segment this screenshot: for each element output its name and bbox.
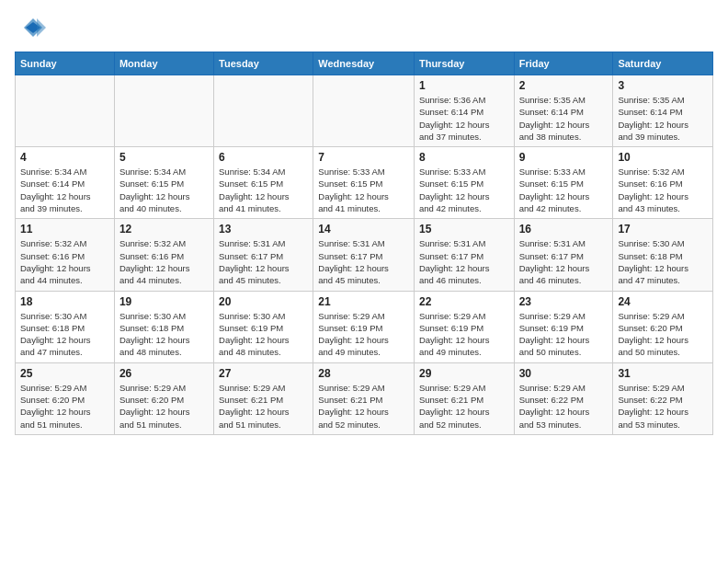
- day-number: 13: [219, 223, 308, 236]
- day-number: 15: [419, 223, 509, 236]
- day-info: Sunrise: 5:30 AM Sunset: 6:18 PM Dayligh…: [618, 237, 708, 286]
- day-number: 6: [219, 151, 308, 164]
- day-number: 8: [419, 151, 509, 164]
- calendar-cell: 15Sunrise: 5:31 AM Sunset: 6:17 PM Dayli…: [414, 219, 514, 291]
- day-info: Sunrise: 5:29 AM Sunset: 6:20 PM Dayligh…: [20, 382, 109, 431]
- day-number: 30: [519, 367, 609, 380]
- day-number: 7: [318, 151, 409, 164]
- day-info: Sunrise: 5:33 AM Sunset: 6:15 PM Dayligh…: [318, 166, 409, 214]
- calendar-cell: 5Sunrise: 5:34 AM Sunset: 6:15 PM Daylig…: [114, 147, 213, 219]
- calendar-cell: 28Sunrise: 5:29 AM Sunset: 6:21 PM Dayli…: [313, 362, 415, 434]
- calendar-cell: 10Sunrise: 5:32 AM Sunset: 6:16 PM Dayli…: [613, 147, 713, 219]
- logo: [15, 15, 46, 40]
- day-info: Sunrise: 5:33 AM Sunset: 6:15 PM Dayligh…: [419, 166, 509, 214]
- calendar-cell: 4Sunrise: 5:34 AM Sunset: 6:14 PM Daylig…: [16, 147, 115, 219]
- day-number: 5: [119, 151, 209, 164]
- day-number: 10: [618, 151, 708, 164]
- calendar-week-row: 4Sunrise: 5:34 AM Sunset: 6:14 PM Daylig…: [16, 147, 713, 219]
- calendar-cell: 12Sunrise: 5:32 AM Sunset: 6:16 PM Dayli…: [114, 219, 213, 291]
- calendar-cell: 9Sunrise: 5:33 AM Sunset: 6:15 PM Daylig…: [514, 147, 613, 219]
- day-info: Sunrise: 5:33 AM Sunset: 6:15 PM Dayligh…: [519, 166, 609, 214]
- calendar-cell: 25Sunrise: 5:29 AM Sunset: 6:20 PM Dayli…: [16, 362, 115, 434]
- calendar-cell: 14Sunrise: 5:31 AM Sunset: 6:17 PM Dayli…: [313, 219, 415, 291]
- col-header-monday: Monday: [114, 52, 213, 75]
- calendar-cell: 30Sunrise: 5:29 AM Sunset: 6:22 PM Dayli…: [514, 362, 613, 434]
- day-info: Sunrise: 5:34 AM Sunset: 6:15 PM Dayligh…: [119, 166, 209, 214]
- calendar-cell: 2Sunrise: 5:35 AM Sunset: 6:14 PM Daylig…: [514, 75, 613, 147]
- day-info: Sunrise: 5:29 AM Sunset: 6:21 PM Dayligh…: [419, 382, 509, 431]
- day-number: 27: [219, 367, 308, 380]
- day-info: Sunrise: 5:30 AM Sunset: 6:18 PM Dayligh…: [119, 310, 209, 359]
- col-header-wednesday: Wednesday: [313, 52, 415, 75]
- calendar-cell: 13Sunrise: 5:31 AM Sunset: 6:17 PM Dayli…: [214, 219, 313, 291]
- day-info: Sunrise: 5:30 AM Sunset: 6:18 PM Dayligh…: [20, 310, 109, 359]
- day-info: Sunrise: 5:31 AM Sunset: 6:17 PM Dayligh…: [219, 237, 308, 286]
- day-number: 28: [318, 367, 409, 380]
- day-info: Sunrise: 5:32 AM Sunset: 6:16 PM Dayligh…: [20, 237, 109, 286]
- day-number: 29: [419, 367, 509, 380]
- day-info: Sunrise: 5:35 AM Sunset: 6:14 PM Dayligh…: [519, 94, 609, 143]
- calendar-week-row: 1Sunrise: 5:36 AM Sunset: 6:14 PM Daylig…: [16, 75, 713, 147]
- day-number: 11: [20, 223, 109, 236]
- day-number: 19: [119, 295, 209, 308]
- day-info: Sunrise: 5:36 AM Sunset: 6:14 PM Dayligh…: [419, 94, 509, 143]
- day-number: 26: [119, 367, 209, 380]
- col-header-thursday: Thursday: [414, 52, 514, 75]
- day-number: 3: [618, 79, 708, 92]
- day-info: Sunrise: 5:31 AM Sunset: 6:17 PM Dayligh…: [419, 237, 509, 286]
- col-header-tuesday: Tuesday: [214, 52, 313, 75]
- day-info: Sunrise: 5:29 AM Sunset: 6:21 PM Dayligh…: [219, 382, 308, 431]
- day-number: 2: [519, 79, 609, 92]
- day-info: Sunrise: 5:29 AM Sunset: 6:19 PM Dayligh…: [419, 310, 509, 359]
- day-number: 22: [419, 295, 509, 308]
- calendar-cell: 31Sunrise: 5:29 AM Sunset: 6:22 PM Dayli…: [613, 362, 713, 434]
- calendar-week-row: 18Sunrise: 5:30 AM Sunset: 6:18 PM Dayli…: [16, 291, 713, 362]
- day-number: 25: [20, 367, 109, 380]
- calendar-cell: 23Sunrise: 5:29 AM Sunset: 6:19 PM Dayli…: [514, 291, 613, 362]
- calendar-cell: 7Sunrise: 5:33 AM Sunset: 6:15 PM Daylig…: [313, 147, 415, 219]
- day-info: Sunrise: 5:32 AM Sunset: 6:16 PM Dayligh…: [618, 166, 708, 214]
- calendar-week-row: 11Sunrise: 5:32 AM Sunset: 6:16 PM Dayli…: [16, 219, 713, 291]
- calendar-cell: 22Sunrise: 5:29 AM Sunset: 6:19 PM Dayli…: [414, 291, 514, 362]
- calendar-cell: 26Sunrise: 5:29 AM Sunset: 6:20 PM Dayli…: [114, 362, 213, 434]
- page-header: [15, 15, 713, 40]
- calendar-cell: 17Sunrise: 5:30 AM Sunset: 6:18 PM Dayli…: [613, 219, 713, 291]
- calendar-cell: 3Sunrise: 5:35 AM Sunset: 6:14 PM Daylig…: [613, 75, 713, 147]
- calendar-cell: [214, 75, 313, 147]
- day-info: Sunrise: 5:29 AM Sunset: 6:22 PM Dayligh…: [618, 382, 708, 431]
- col-header-saturday: Saturday: [613, 52, 713, 75]
- calendar-cell: 21Sunrise: 5:29 AM Sunset: 6:19 PM Dayli…: [313, 291, 415, 362]
- day-info: Sunrise: 5:29 AM Sunset: 6:19 PM Dayligh…: [519, 310, 609, 359]
- day-info: Sunrise: 5:30 AM Sunset: 6:19 PM Dayligh…: [219, 310, 308, 359]
- calendar-cell: 6Sunrise: 5:34 AM Sunset: 6:15 PM Daylig…: [214, 147, 313, 219]
- day-info: Sunrise: 5:29 AM Sunset: 6:21 PM Dayligh…: [318, 382, 409, 431]
- calendar-cell: [313, 75, 415, 147]
- col-header-sunday: Sunday: [16, 52, 115, 75]
- svg-marker-2: [37, 18, 46, 37]
- day-number: 1: [419, 79, 509, 92]
- calendar-cell: [16, 75, 115, 147]
- day-info: Sunrise: 5:29 AM Sunset: 6:22 PM Dayligh…: [519, 382, 609, 431]
- day-number: 4: [20, 151, 109, 164]
- day-info: Sunrise: 5:35 AM Sunset: 6:14 PM Dayligh…: [618, 94, 708, 143]
- day-number: 24: [618, 295, 708, 308]
- day-info: Sunrise: 5:34 AM Sunset: 6:14 PM Dayligh…: [20, 166, 109, 214]
- day-number: 31: [618, 367, 708, 380]
- calendar-cell: 11Sunrise: 5:32 AM Sunset: 6:16 PM Dayli…: [16, 219, 115, 291]
- calendar-header-row: SundayMondayTuesdayWednesdayThursdayFrid…: [16, 52, 713, 75]
- day-number: 21: [318, 295, 409, 308]
- day-number: 12: [119, 223, 209, 236]
- logo-icon: [20, 15, 46, 40]
- calendar-table: SundayMondayTuesdayWednesdayThursdayFrid…: [15, 52, 713, 435]
- day-info: Sunrise: 5:31 AM Sunset: 6:17 PM Dayligh…: [318, 237, 409, 286]
- calendar-cell: 20Sunrise: 5:30 AM Sunset: 6:19 PM Dayli…: [214, 291, 313, 362]
- calendar-cell: 8Sunrise: 5:33 AM Sunset: 6:15 PM Daylig…: [414, 147, 514, 219]
- day-number: 23: [519, 295, 609, 308]
- calendar-cell: 29Sunrise: 5:29 AM Sunset: 6:21 PM Dayli…: [414, 362, 514, 434]
- calendar-cell: 19Sunrise: 5:30 AM Sunset: 6:18 PM Dayli…: [114, 291, 213, 362]
- calendar-cell: 27Sunrise: 5:29 AM Sunset: 6:21 PM Dayli…: [214, 362, 313, 434]
- day-number: 20: [219, 295, 308, 308]
- day-info: Sunrise: 5:29 AM Sunset: 6:20 PM Dayligh…: [119, 382, 209, 431]
- col-header-friday: Friday: [514, 52, 613, 75]
- day-number: 17: [618, 223, 708, 236]
